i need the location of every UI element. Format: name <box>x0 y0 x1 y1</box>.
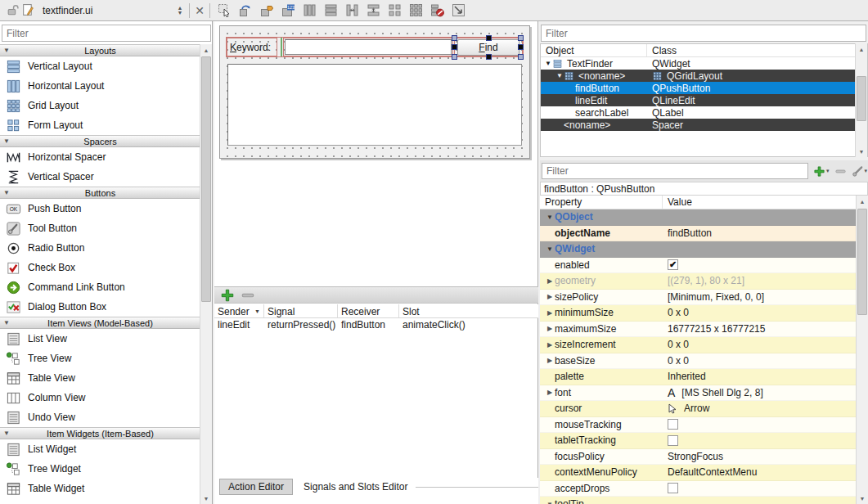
expander-icon[interactable]: ▼ <box>545 245 555 253</box>
property-row-objectname[interactable]: ▶objectNamefindButton <box>540 226 856 242</box>
selection-handle[interactable] <box>452 35 457 41</box>
file-switcher-stepper[interactable]: ▲▼ <box>173 3 187 18</box>
adjust-size-icon[interactable] <box>451 2 466 18</box>
layout-grid-icon[interactable] <box>408 2 424 18</box>
scroll-up-icon[interactable]: ▲ <box>857 196 868 207</box>
property-row-sizepolicy[interactable]: ▶sizePolicy[Minimum, Fixed, 0, 0] <box>540 290 856 306</box>
column-header-receiver[interactable]: Receiver <box>338 304 399 317</box>
scroll-up-icon[interactable]: ▲ <box>200 44 212 56</box>
scrollbar-thumb[interactable] <box>857 76 866 121</box>
object-row-noname[interactable]: ▼<noname>Spacer <box>541 119 867 131</box>
category-header-spacers[interactable]: ▼Spacers <box>0 135 200 147</box>
edit-widgets-icon[interactable] <box>217 2 232 18</box>
property-row-maximumsize[interactable]: ▶maximumSize16777215 x 16777215 <box>540 322 856 338</box>
widget-item-form-layout[interactable]: Form Layout <box>0 115 200 135</box>
widget-item-list-view[interactable]: List View <box>0 329 200 349</box>
expander-icon[interactable]: ▶ <box>545 357 555 364</box>
widget-item-dialog-button-box[interactable]: Dialog Button Box <box>0 297 200 317</box>
edit-file-icon[interactable] <box>20 2 36 18</box>
widget-item-table-widget[interactable]: Table Widget <box>0 479 200 498</box>
property-editor-scrollbar[interactable]: ▲ ▼ <box>856 196 868 504</box>
expander-icon[interactable]: ▶ <box>545 293 555 300</box>
selection-handle[interactable] <box>518 44 524 50</box>
object-row-findbutton[interactable]: ▼findButtonQPushButton <box>541 82 867 94</box>
expander-icon[interactable]: ▼ <box>545 214 555 221</box>
expander-icon[interactable]: ▶ <box>545 341 555 349</box>
column-header-class[interactable]: Class <box>647 44 867 56</box>
layout-form-icon[interactable] <box>387 2 403 18</box>
layout-horizontal-icon[interactable] <box>302 2 317 18</box>
property-value[interactable]: Arrow <box>684 403 709 414</box>
widget-item-tree-view[interactable]: Tree View <box>0 349 200 368</box>
scrollbar-thumb[interactable] <box>201 56 211 302</box>
widget-item-grid-layout[interactable]: Grid Layout <box>0 96 200 115</box>
column-header-property[interactable]: Property <box>540 196 663 209</box>
object-row-noname[interactable]: ▼<noname>QGridLayout <box>541 70 867 82</box>
property-value[interactable]: StrongFocus <box>668 451 723 462</box>
close-icon[interactable]: ✕ <box>192 3 207 18</box>
expander-icon[interactable]: ▶ <box>545 389 555 396</box>
connection-cell[interactable]: returnPressed() <box>264 318 338 331</box>
widget-item-vertical-spacer[interactable]: Vertical Spacer <box>0 167 200 187</box>
configure-property-icon[interactable]: ▾ <box>852 165 868 178</box>
expander-icon[interactable]: ▶ <box>545 309 555 317</box>
selection-handle[interactable] <box>486 54 492 60</box>
object-row-lineedit[interactable]: ▼lineEditQLineEdit <box>541 94 867 106</box>
checkbox-acceptdrops[interactable] <box>668 483 678 493</box>
keyword-line-edit[interactable] <box>285 39 452 55</box>
category-header-item-widgets-item-based-[interactable]: ▼Item Widgets (Item-Based) <box>0 427 200 439</box>
property-row-contextmenupolicy[interactable]: ▶contextMenuPolicyDefaultContextMenu <box>540 465 856 481</box>
property-value[interactable]: 0 x 0 <box>668 307 689 318</box>
collapse-icon[interactable]: ▼ <box>0 137 13 145</box>
checkbox-enabled[interactable]: ✔ <box>668 259 678 270</box>
result-text-edit[interactable] <box>227 64 522 146</box>
connection-cell[interactable]: lineEdit <box>214 318 264 331</box>
category-header-buttons[interactable]: ▼Buttons <box>0 187 200 199</box>
property-row-focuspolicy[interactable]: ▶focusPolicyStrongFocus <box>540 449 856 466</box>
property-value[interactable]: 16777215 x 16777215 <box>668 323 765 335</box>
property-row-geometry[interactable]: ▶geometry[(279, 1), 80 x 21] <box>540 273 856 290</box>
widget-item-table-view[interactable]: Table View <box>0 368 200 388</box>
collapse-icon[interactable]: ▼ <box>0 319 13 326</box>
widget-item-vertical-layout[interactable]: Vertical Layout <box>0 56 200 76</box>
category-header-item-views-model-based-[interactable]: ▼Item Views (Model-Based) <box>0 317 200 329</box>
property-row-tooltip[interactable]: ▼toolTip <box>540 497 856 504</box>
scroll-down-icon[interactable]: ▼ <box>200 493 212 504</box>
collapse-icon[interactable]: ▼ <box>0 430 13 437</box>
break-layout-icon[interactable] <box>430 2 445 18</box>
object-row-searchlabel[interactable]: ▼searchLabelQLabel <box>541 106 867 119</box>
keyword-label[interactable]: Keyword: <box>227 38 277 56</box>
remove-property-icon[interactable] <box>834 165 847 178</box>
selection-handle[interactable] <box>518 35 524 41</box>
column-header-value[interactable]: Value <box>663 196 868 209</box>
scroll-up-icon[interactable]: ▲ <box>856 43 867 55</box>
column-header-object[interactable]: Object <box>541 44 647 56</box>
property-group-qwidget[interactable]: ▼QWidget <box>540 241 856 258</box>
checkbox-mousetracking[interactable] <box>668 419 678 430</box>
column-header-slot[interactable]: Slot <box>399 304 538 317</box>
property-value[interactable]: findButton <box>668 227 712 239</box>
collapse-icon[interactable]: ▼ <box>0 47 13 54</box>
tab-action-editor[interactable]: Action Editor <box>219 479 293 495</box>
layout-splitter-vertical-icon[interactable] <box>366 2 381 18</box>
widget-item-check-box[interactable]: Check Box <box>0 258 200 277</box>
checkbox-tablettracking[interactable] <box>668 435 678 446</box>
collapse-icon[interactable]: ▼ <box>0 189 13 196</box>
property-row-mousetracking[interactable]: ▶mouseTracking <box>540 417 856 434</box>
selection-handle[interactable] <box>486 35 492 41</box>
edit-signals-slots-icon[interactable] <box>238 2 254 18</box>
scrollbar-thumb[interactable] <box>857 209 867 315</box>
property-value[interactable]: [Minimum, Fixed, 0, 0] <box>668 291 764 303</box>
connection-cell[interactable]: animateClick() <box>399 318 538 331</box>
object-inspector-scrollbar[interactable]: ▲ ▼ <box>855 43 867 157</box>
property-row-enabled[interactable]: ▶enabled✔ <box>540 258 856 274</box>
connection-row[interactable]: lineEditreturnPressed()findButtonanimate… <box>214 318 538 331</box>
connection-cell[interactable]: findButton <box>338 318 399 331</box>
remove-connection-icon[interactable] <box>241 289 255 301</box>
lock-open-icon[interactable] <box>5 2 20 18</box>
expander-icon[interactable]: ▼ <box>545 501 555 504</box>
category-header-layouts[interactable]: ▼Layouts <box>0 44 200 56</box>
property-row-sizeincrement[interactable]: ▶sizeIncrement0 x 0 <box>540 337 856 353</box>
property-row-tablettracking[interactable]: ▶tabletTracking <box>540 433 856 449</box>
add-connection-icon[interactable] <box>220 289 235 301</box>
